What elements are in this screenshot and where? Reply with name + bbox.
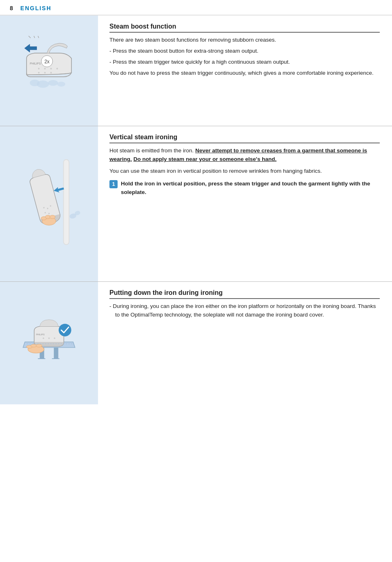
step-1-number: 1 xyxy=(109,180,118,188)
svg-text:PHILIPS: PHILIPS xyxy=(30,62,41,65)
svg-text:2x: 2x xyxy=(45,59,50,65)
vertical-body: You can use the steam iron in vertical p… xyxy=(109,167,380,176)
steam-boost-illustration: 2x PHILIPS xyxy=(12,24,86,105)
svg-line-1 xyxy=(34,36,35,38)
section-steam-boost: 2x PHILIPS Steam boost function There ar… xyxy=(0,16,392,126)
svg-point-13 xyxy=(57,82,65,87)
steam-boost-line3: You do not have to press the steam trigg… xyxy=(109,69,380,78)
vertical-warning-block: Hot steam is emitted from the iron. Neve… xyxy=(109,147,380,164)
putting-down-illustration: PHILIPS xyxy=(12,290,86,372)
svg-point-29 xyxy=(50,215,56,219)
svg-point-7 xyxy=(38,72,40,74)
svg-point-42 xyxy=(36,344,42,347)
putting-down-title: Putting down the iron during ironing xyxy=(109,289,380,299)
section-steam-boost-content: Steam boost function There are two steam… xyxy=(98,16,392,126)
svg-point-4 xyxy=(44,68,46,69)
section-vertical-image xyxy=(0,126,98,281)
vertical-iron-illustration xyxy=(12,159,86,249)
steam-boost-line2: - Press the steam trigger twice quickly … xyxy=(109,58,380,67)
section-vertical: Vertical steam ironing Hot steam is emit… xyxy=(0,126,392,281)
svg-point-8 xyxy=(44,72,46,74)
steam-boost-intro: There are two steam boost functions for … xyxy=(109,36,380,45)
svg-point-34 xyxy=(43,337,45,339)
section-vertical-content: Vertical steam ironing Hot steam is emit… xyxy=(98,126,392,281)
svg-point-9 xyxy=(50,72,52,74)
step-1-block: 1 Hold the iron in vertical position, pr… xyxy=(109,180,380,197)
vertical-title: Vertical steam ironing xyxy=(109,134,380,143)
section-steam-boost-image: 2x PHILIPS xyxy=(0,16,98,126)
section-putting-down-image: PHILIPS xyxy=(0,282,98,404)
svg-line-0 xyxy=(29,36,31,38)
vertical-warning1: Hot steam is emitted from the iron. xyxy=(109,147,194,154)
svg-point-5 xyxy=(50,68,52,69)
page: 8 ENGLISH xyxy=(0,0,392,562)
page-number: 8 xyxy=(10,5,13,11)
section-putting-down-content: Putting down the iron during ironing - D… xyxy=(98,282,392,404)
language-label: ENGLISH xyxy=(20,5,51,11)
svg-point-6 xyxy=(56,68,58,69)
steam-boost-title: Steam boost function xyxy=(109,23,380,33)
svg-point-11 xyxy=(37,80,49,88)
svg-text:PHILIPS: PHILIPS xyxy=(36,333,45,336)
svg-point-36 xyxy=(54,337,56,339)
vertical-warning3-text: Do not apply steam near your or someone … xyxy=(134,156,277,162)
svg-point-35 xyxy=(48,337,50,339)
steam-boost-line1: - Press the steam boost button for extra… xyxy=(109,47,380,56)
svg-rect-31 xyxy=(54,348,58,359)
page-header: 8 ENGLISH xyxy=(0,0,392,16)
svg-point-12 xyxy=(48,80,58,86)
svg-line-2 xyxy=(38,36,39,38)
step-1-text: Hold the iron in vertical position, pres… xyxy=(121,180,380,197)
putting-down-body: - During ironing, you can place the iron… xyxy=(109,302,380,319)
svg-point-38 xyxy=(59,324,71,337)
svg-point-3 xyxy=(38,68,40,69)
section-putting-down: PHILIPS xyxy=(0,282,392,404)
